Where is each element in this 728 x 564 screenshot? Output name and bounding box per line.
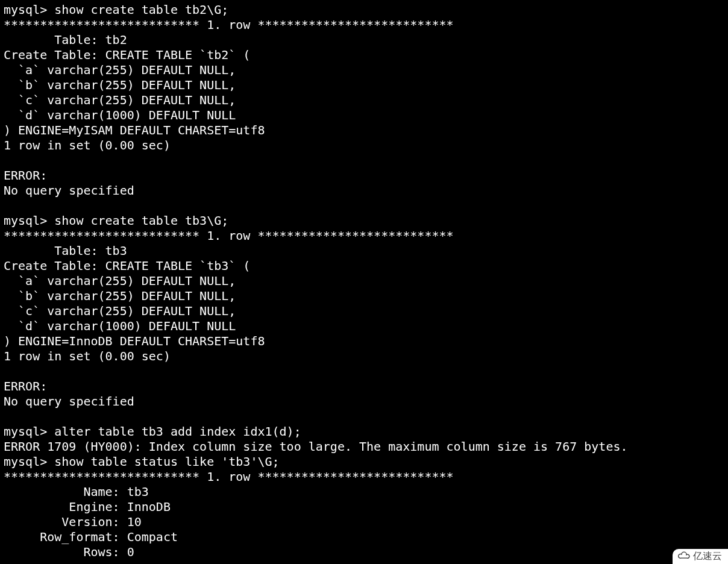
terminal-line: Row_format: Compact — [4, 530, 178, 544]
terminal-line: mysql> show table status like 'tb3'\G; — [4, 454, 280, 469]
terminal-line: ERROR: — [4, 379, 47, 393]
terminal-line: Name: tb3 — [4, 484, 149, 499]
terminal-line: ) ENGINE=InnoDB DEFAULT CHARSET=utf8 — [4, 334, 265, 348]
terminal-line: `d` varchar(1000) DEFAULT NULL — [4, 319, 236, 333]
watermark-text: 亿速云 — [693, 550, 722, 563]
terminal-line: mysql> show create table tb3\G; — [4, 213, 228, 228]
terminal-line: Engine: InnoDB — [4, 500, 171, 514]
terminal-line: `c` varchar(255) DEFAULT NULL, — [4, 93, 236, 107]
terminal-line: Version: 10 — [4, 515, 142, 529]
cloud-icon — [677, 551, 691, 563]
terminal-line: Table: tb3 — [4, 243, 127, 258]
terminal-line: `d` varchar(1000) DEFAULT NULL — [4, 108, 236, 122]
terminal-line: `c` varchar(255) DEFAULT NULL, — [4, 304, 236, 318]
terminal-line: *************************** 1. row *****… — [4, 17, 454, 32]
terminal-line: 1 row in set (0.00 sec) — [4, 349, 171, 363]
terminal-line: mysql> alter table tb3 add index idx1(d)… — [4, 424, 301, 439]
terminal-line: mysql> show create table tb2\G; — [4, 2, 228, 17]
terminal-line: No query specified — [4, 394, 134, 409]
terminal-line: No query specified — [4, 183, 134, 198]
mysql-terminal-output: mysql> show create table tb2\G; ********… — [0, 0, 728, 562]
terminal-line: ERROR 1709 (HY000): Index column size to… — [4, 439, 628, 454]
terminal-line: ) ENGINE=MyISAM DEFAULT CHARSET=utf8 — [4, 123, 265, 137]
terminal-line: 1 row in set (0.00 sec) — [4, 138, 171, 152]
terminal-line: `b` varchar(255) DEFAULT NULL, — [4, 289, 236, 303]
terminal-line: `b` varchar(255) DEFAULT NULL, — [4, 78, 236, 92]
terminal-line: Create Table: CREATE TABLE `tb3` ( — [4, 258, 250, 273]
terminal-line: *************************** 1. row *****… — [4, 228, 454, 243]
watermark-badge: 亿速云 — [673, 549, 728, 564]
terminal-line: Table: tb2 — [4, 33, 127, 47]
terminal-line: Rows: 0 — [4, 545, 134, 559]
terminal-line: `a` varchar(255) DEFAULT NULL, — [4, 274, 236, 288]
terminal-line: *************************** 1. row *****… — [4, 469, 454, 484]
terminal-line: ERROR: — [4, 168, 47, 183]
terminal-line: `a` varchar(255) DEFAULT NULL, — [4, 63, 236, 77]
terminal-line: Create Table: CREATE TABLE `tb2` ( — [4, 48, 250, 62]
